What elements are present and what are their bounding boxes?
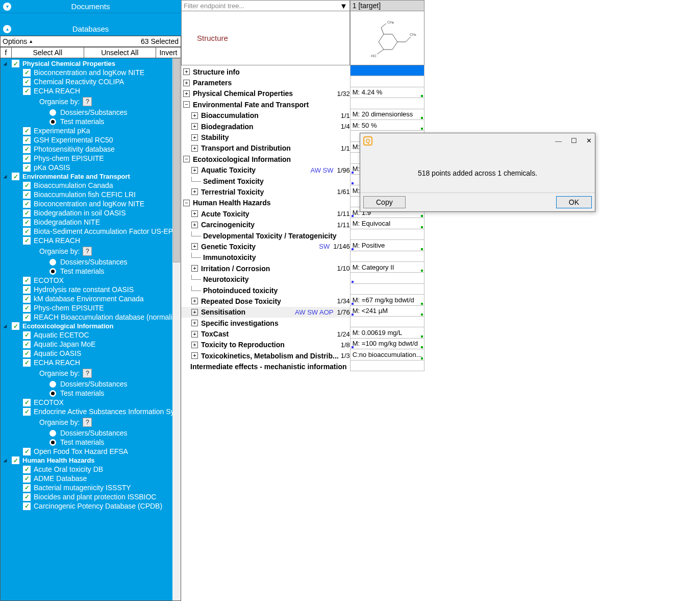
checkbox-icon[interactable]: ✓	[23, 359, 31, 367]
endpoint-row[interactable]: +Irritation / Corrosion1/10	[181, 263, 350, 274]
radio-test-materials[interactable]: Test materials	[4, 267, 181, 276]
database-item[interactable]: ✓kM database Environment Canada	[4, 294, 181, 303]
endpoint-row[interactable]: −Human Health Hazards	[181, 198, 350, 208]
checkbox-icon[interactable]: ✓	[12, 322, 19, 330]
data-cell[interactable]: M: <241 µM	[350, 306, 424, 317]
data-cell[interactable]: M: Positive	[350, 240, 424, 251]
database-item[interactable]: ✓Bioconcentration and logKow NITE	[4, 199, 181, 208]
checkbox-icon[interactable]: ✓	[23, 448, 31, 455]
endpoint-row[interactable]: +Parameters	[181, 77, 350, 88]
databases-header[interactable]: ▴ Databases	[0, 22, 181, 36]
endpoint-row[interactable]: +Stability	[181, 132, 350, 142]
endpoint-row[interactable]: +Structure info	[181, 66, 350, 77]
unselect-all-button[interactable]: Unselect All	[84, 47, 157, 58]
database-item[interactable]: ✓pKa OASIS	[4, 163, 181, 172]
data-cell[interactable]: M: 0.00619 mg/L	[350, 327, 424, 338]
checkbox-icon[interactable]: ✓	[23, 475, 31, 483]
expand-icon[interactable]: −	[183, 200, 190, 206]
endpoint-row[interactable]: Developmental Toxicity / Teratogenicity	[181, 230, 350, 241]
checkbox-icon[interactable]: ✓	[12, 456, 19, 464]
funnel-icon[interactable]: ▼	[340, 2, 347, 10]
database-item[interactable]: ✓ADME Database	[4, 474, 181, 483]
data-cell[interactable]: M: Equivocal	[350, 218, 424, 229]
database-item[interactable]: ✓ECHA REACH	[4, 236, 181, 245]
database-item[interactable]: ✓REACH Bioaccumulation database (normali…	[4, 312, 181, 322]
expand-icon[interactable]: +	[183, 90, 190, 97]
checkbox-icon[interactable]: ✓	[23, 493, 31, 501]
data-cell[interactable]	[350, 284, 424, 295]
expand-icon[interactable]: +	[191, 309, 198, 316]
expand-icon[interactable]: −	[183, 101, 190, 108]
radio-test-materials[interactable]: Test materials	[4, 438, 181, 447]
data-cell[interactable]	[350, 229, 424, 240]
checkbox-icon[interactable]: ✓	[23, 350, 31, 357]
expand-icon[interactable]: +	[183, 80, 190, 86]
database-item[interactable]: ✓Acute Oral toxicity DB	[4, 465, 181, 474]
data-cell[interactable]	[350, 98, 424, 109]
expand-icon[interactable]: +	[191, 222, 198, 228]
checkbox-icon[interactable]: ✓	[23, 164, 31, 172]
endpoint-row[interactable]: −Ecotoxicological Information	[181, 154, 350, 164]
checkbox-icon[interactable]: ✓	[23, 502, 31, 510]
data-cell[interactable]: M: 50 %	[350, 120, 424, 131]
endpoint-row[interactable]: Sediment Toxicity	[181, 176, 350, 186]
checkbox-icon[interactable]: ✓	[23, 191, 31, 199]
database-item[interactable]: ✓Phys-chem EPISUITE	[4, 303, 181, 312]
endpoint-row[interactable]: +Biodegradation1/4	[181, 121, 350, 132]
data-cell[interactable]: M: =67 mg/kg bdwt/d	[350, 295, 424, 305]
checkbox-icon[interactable]: ✓	[23, 286, 31, 294]
database-item[interactable]: ✓ECHA REACH	[4, 86, 181, 95]
radio-dossiers[interactable]: Dossiers/Substances	[4, 428, 181, 438]
copy-button[interactable]: Copy	[363, 196, 406, 208]
expand-icon[interactable]: +	[191, 342, 198, 348]
radio-dossiers[interactable]: Dossiers/Substances	[4, 379, 181, 389]
data-header[interactable]: 1 [target]	[350, 0, 424, 11]
database-item[interactable]: ✓Chemical Reactivity COLIPA	[4, 77, 181, 86]
endpoint-row[interactable]: +Toxicokinetics, Metabolism and Distrib.…	[181, 350, 350, 361]
help-button[interactable]: ?	[83, 369, 92, 378]
expand-icon[interactable]: +	[191, 265, 198, 272]
database-item[interactable]: ✓Endocrine Active Substances Information…	[4, 407, 181, 416]
radio-dossiers[interactable]: Dossiers/Substances	[4, 108, 181, 117]
endpoint-row[interactable]: +Genetic ToxicitySW1/146	[181, 241, 350, 252]
checkbox-icon[interactable]: ✓	[23, 182, 31, 189]
data-cell[interactable]	[350, 76, 424, 87]
molecule-box[interactable]: CH₃ CH₂ HO	[350, 11, 424, 65]
database-item[interactable]: ✓Biodegradation in soil OASIS	[4, 208, 181, 218]
expand-icon[interactable]: +	[191, 210, 198, 217]
filter-input[interactable]: Filter endpoint tree... ▼	[181, 0, 350, 11]
checkbox-icon[interactable]: ✓	[23, 127, 31, 135]
expand-icon[interactable]: +	[191, 298, 198, 304]
database-item[interactable]: ✓GSH Experimental RC50	[4, 135, 181, 145]
category-header[interactable]: ◢✓Physical Chemical Properties	[4, 59, 181, 68]
select-all-button[interactable]: Select All	[12, 47, 84, 58]
checkbox-icon[interactable]: ✓	[23, 200, 31, 208]
checkbox-icon[interactable]: ✓	[23, 304, 31, 312]
checkbox-icon[interactable]: ✓	[23, 146, 31, 153]
expand-icon[interactable]: +	[191, 352, 198, 359]
expand-icon[interactable]: +	[191, 112, 198, 119]
checkbox-icon[interactable]: ✓	[23, 219, 31, 226]
endpoint-row[interactable]: +Repeated Dose Toxicity1/34	[181, 296, 350, 306]
expand-icon[interactable]: +	[191, 188, 198, 195]
database-item[interactable]: ✓Biodegradation NITE	[4, 218, 181, 227]
radio-test-materials[interactable]: Test materials	[4, 389, 181, 398]
expand-icon[interactable]: +	[191, 123, 198, 130]
documents-header[interactable]: ▾ Documents	[0, 0, 181, 13]
category-header[interactable]: ◢✓Human Health Hazards	[4, 456, 181, 465]
data-cell[interactable]	[350, 65, 424, 76]
database-item[interactable]: ✓Phys-chem EPISUITE	[4, 154, 181, 163]
data-cell[interactable]: M: =100 mg/kg bdwt/d	[350, 339, 424, 349]
invert-button[interactable]: Invert	[156, 47, 181, 58]
data-cell[interactable]	[350, 273, 424, 283]
radio-test-materials[interactable]: Test materials	[4, 117, 181, 126]
endpoint-row[interactable]: +Bioaccumulation1/1	[181, 110, 350, 121]
expand-icon[interactable]: +	[191, 331, 198, 338]
help-button[interactable]: ?	[83, 418, 92, 427]
checkbox-icon[interactable]: ✓	[23, 341, 31, 348]
endpoint-row[interactable]: +Acute Toxicity1/11	[181, 208, 350, 219]
database-item[interactable]: ✓ECOTOX	[4, 398, 181, 407]
checkbox-icon[interactable]: ✓	[23, 69, 31, 77]
checkbox-icon[interactable]: ✓	[23, 331, 31, 339]
database-item[interactable]: ✓Aquatic ECETOC	[4, 330, 181, 340]
